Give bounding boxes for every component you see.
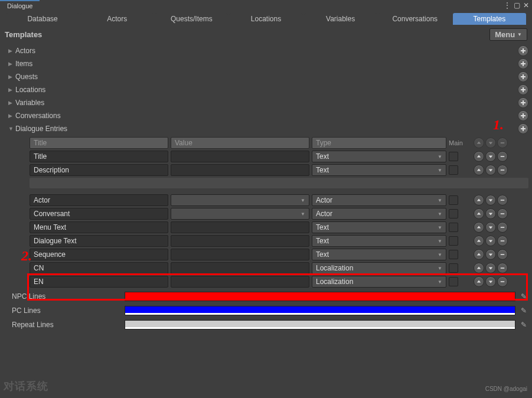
tree-items[interactable]: ▶ Items — [4, 57, 528, 70]
title-input[interactable]: Actor — [30, 194, 168, 206]
add-button[interactable] — [518, 110, 528, 121]
title-input[interactable]: Title — [30, 151, 168, 162]
eyedropper-icon[interactable]: ✎ — [519, 320, 528, 330]
tree-label: Items — [15, 60, 32, 68]
title-input[interactable]: Menu Text — [30, 221, 168, 233]
remove-button[interactable] — [497, 138, 508, 148]
remove-button[interactable] — [497, 208, 508, 219]
move-up-button[interactable] — [474, 138, 484, 148]
main-checkbox[interactable] — [449, 195, 458, 205]
move-up-button[interactable] — [474, 222, 484, 233]
title-input[interactable]: Dialogue Text — [30, 235, 168, 247]
move-up-button[interactable] — [474, 263, 484, 273]
tab-questsitems[interactable]: Quests/Items — [155, 13, 228, 25]
value-select[interactable]: ▼ — [171, 194, 309, 206]
tree-actors[interactable]: ▶ Actors — [4, 44, 528, 57]
type-select[interactable]: Localization▼ — [312, 262, 446, 274]
eyedropper-icon[interactable]: ✎ — [519, 306, 528, 315]
move-up-button[interactable] — [474, 165, 484, 175]
move-down-button[interactable] — [485, 236, 496, 246]
move-down-button[interactable] — [485, 195, 496, 205]
main-checkbox[interactable] — [449, 277, 458, 286]
value-input[interactable] — [171, 164, 309, 176]
value-input[interactable] — [171, 151, 309, 162]
add-button[interactable] — [518, 58, 528, 69]
tab-database[interactable]: Database — [6, 13, 79, 25]
type-select[interactable]: Text▼ — [312, 249, 446, 260]
tab-templates[interactable]: Templates — [453, 13, 526, 25]
remove-button[interactable] — [497, 151, 508, 162]
value-input[interactable] — [171, 262, 309, 274]
eyedropper-icon[interactable]: ✎ — [519, 292, 528, 301]
tree-variables[interactable]: ▶ Variables — [4, 96, 528, 109]
tree-conversations[interactable]: ▶ Conversations — [4, 109, 528, 122]
color-field[interactable] — [125, 306, 515, 315]
type-select[interactable]: Actor▼ — [312, 208, 446, 220]
color-field[interactable] — [125, 292, 515, 301]
move-down-button[interactable] — [485, 165, 496, 175]
tab-conversations[interactable]: Conversations — [378, 13, 452, 25]
title-input[interactable]: EN — [30, 276, 168, 288]
menu-button[interactable]: Menu ▼ — [489, 28, 527, 41]
move-down-button[interactable] — [485, 138, 496, 148]
move-down-button[interactable] — [485, 263, 496, 273]
title-input[interactable]: Sequence — [30, 249, 168, 260]
add-button[interactable] — [518, 84, 528, 95]
value-input[interactable] — [171, 249, 309, 260]
maximize-icon[interactable]: ▢ — [513, 2, 520, 9]
title-input[interactable]: Conversant — [30, 208, 168, 220]
close-icon[interactable]: ✕ — [523, 2, 530, 9]
move-down-button[interactable] — [485, 222, 496, 233]
remove-button[interactable] — [497, 263, 508, 273]
remove-button[interactable] — [497, 222, 508, 233]
entry-row: Menu Text Text▼ — [30, 221, 528, 234]
move-up-button[interactable] — [474, 236, 484, 246]
add-button[interactable] — [518, 123, 528, 134]
move-down-button[interactable] — [485, 249, 496, 260]
remove-button[interactable] — [497, 195, 508, 205]
remove-button[interactable] — [497, 165, 508, 175]
color-field[interactable] — [125, 320, 515, 330]
remove-button[interactable] — [497, 249, 508, 260]
remove-button[interactable] — [497, 276, 508, 287]
main-checkbox[interactable] — [449, 250, 458, 259]
value-input[interactable] — [171, 235, 309, 247]
tab-variables[interactable]: Variables — [304, 13, 377, 25]
tree-locations[interactable]: ▶ Locations — [4, 83, 528, 96]
add-button[interactable] — [518, 45, 528, 56]
tree-dialogue-entries[interactable]: ▼ Dialogue Entries — [4, 122, 528, 135]
move-up-button[interactable] — [474, 276, 484, 287]
type-select[interactable]: Text▼ — [312, 151, 446, 162]
move-up-button[interactable] — [474, 151, 484, 162]
move-up-button[interactable] — [474, 195, 484, 205]
remove-button[interactable] — [497, 236, 508, 246]
tab-locations[interactable]: Locations — [229, 13, 302, 25]
main-checkbox[interactable] — [449, 165, 458, 175]
main-checkbox[interactable] — [449, 223, 458, 232]
move-up-button[interactable] — [474, 249, 484, 260]
move-down-button[interactable] — [485, 276, 496, 287]
value-select[interactable]: ▼ — [171, 208, 309, 220]
type-select[interactable]: Text▼ — [312, 221, 446, 233]
title-input[interactable]: CN — [30, 262, 168, 274]
title-input[interactable]: Description — [30, 164, 168, 176]
main-checkbox[interactable] — [449, 152, 458, 161]
tab-actors[interactable]: Actors — [80, 13, 154, 25]
add-button[interactable] — [518, 97, 528, 108]
value-input[interactable] — [171, 221, 309, 233]
value-input[interactable] — [171, 276, 309, 288]
tree-quests[interactable]: ▶ Quests — [4, 70, 528, 83]
kebab-icon[interactable]: ⋮ — [504, 2, 511, 9]
move-down-button[interactable] — [485, 208, 496, 219]
type-select[interactable]: Text▼ — [312, 164, 446, 176]
main-checkbox[interactable] — [449, 263, 458, 273]
move-up-button[interactable] — [474, 208, 484, 219]
add-button[interactable] — [518, 71, 528, 82]
main-checkbox[interactable] — [449, 236, 458, 246]
main-checkbox[interactable] — [449, 209, 458, 218]
move-down-button[interactable] — [485, 151, 496, 162]
type-select[interactable]: Actor▼ — [312, 194, 446, 206]
type-select[interactable]: Localization▼ — [312, 276, 446, 288]
window-tab[interactable]: Dialogue — [0, 0, 40, 11]
type-select[interactable]: Text▼ — [312, 235, 446, 247]
